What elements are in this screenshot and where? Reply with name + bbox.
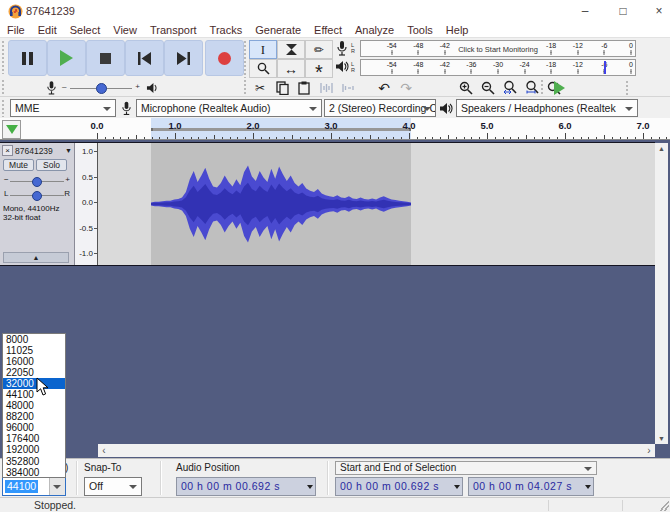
record-button[interactable] bbox=[205, 40, 244, 76]
zoom-grip[interactable] bbox=[625, 80, 629, 96]
track-collapse-button[interactable]: ▲ bbox=[3, 252, 69, 263]
track-title[interactable]: 87641239 bbox=[15, 146, 63, 156]
vertical-scrollbar[interactable]: ▲ ▼ bbox=[655, 143, 668, 444]
scroll-up-icon[interactable]: ▲ bbox=[655, 145, 668, 152]
rate-option-22050[interactable]: 22050 bbox=[3, 367, 65, 378]
zoom-tool-button[interactable] bbox=[249, 59, 277, 78]
rate-option-352800[interactable]: 352800 bbox=[3, 456, 65, 467]
project-rate-dropdown-button[interactable] bbox=[49, 478, 65, 495]
menu-select[interactable]: Select bbox=[70, 24, 101, 36]
rate-option-32000[interactable]: 32000 bbox=[3, 378, 65, 389]
play-at-speed-grip[interactable] bbox=[540, 79, 544, 95]
silence-audio-button[interactable] bbox=[337, 79, 359, 96]
recording-meter[interactable]: -54-48-42-18-12-60Click to Start Monitor… bbox=[360, 40, 636, 57]
skip-to-start-button[interactable] bbox=[125, 40, 164, 76]
meter-message[interactable]: Click to Start Monitoring bbox=[458, 45, 538, 54]
rate-option-96000[interactable]: 96000 bbox=[3, 422, 65, 433]
selection-tool-button[interactable]: I bbox=[249, 40, 277, 59]
rate-option-11025[interactable]: 11025 bbox=[3, 345, 65, 356]
playback-meter[interactable]: -54-48-42-36-30-24-18-12-60 bbox=[360, 59, 636, 76]
rate-option-192000[interactable]: 192000 bbox=[3, 444, 65, 455]
gain-slider[interactable]: − + bbox=[4, 175, 70, 187]
play-at-speed-button[interactable] bbox=[548, 79, 570, 96]
menu-help[interactable]: Help bbox=[446, 24, 469, 36]
cut-button[interactable]: ✂ bbox=[249, 79, 271, 96]
rate-option-48000[interactable]: 48000 bbox=[3, 400, 65, 411]
track-waveform-area[interactable] bbox=[98, 143, 655, 265]
selection-end-field[interactable]: 00 h 00 m 04.027 s bbox=[468, 477, 594, 496]
solo-button[interactable]: Solo bbox=[36, 159, 67, 171]
recording-device-select[interactable]: Microphone (Realtek Audio) bbox=[136, 99, 322, 117]
stop-button[interactable] bbox=[86, 40, 125, 76]
horizontal-scrollbar[interactable]: ‹ › bbox=[98, 444, 655, 457]
resize-grip[interactable] bbox=[659, 501, 669, 511]
play-region-bar[interactable] bbox=[151, 128, 411, 131]
project-rate-dropdown-list[interactable]: 8000110251600022050320004410048000882009… bbox=[2, 333, 66, 478]
pan-slider[interactable]: L R bbox=[4, 189, 70, 201]
paste-button[interactable] bbox=[293, 79, 315, 96]
recording-volume-slider[interactable]: –+ bbox=[62, 81, 140, 95]
project-rate-combo[interactable]: 44100 bbox=[2, 477, 66, 496]
recording-volume-thumb[interactable] bbox=[96, 83, 107, 94]
field-menu-icon[interactable] bbox=[454, 485, 460, 489]
edit-grip[interactable] bbox=[243, 79, 247, 95]
minimize-button[interactable]: – bbox=[570, 2, 600, 20]
scroll-down-icon[interactable]: ▼ bbox=[655, 435, 668, 442]
audio-host-select[interactable]: MME bbox=[10, 99, 116, 117]
track-area[interactable]: × 87641239 ▼ Mute Solo − + L R bbox=[0, 140, 670, 458]
play-button[interactable] bbox=[47, 40, 86, 76]
trim-audio-button[interactable] bbox=[315, 79, 337, 96]
rate-option-16000[interactable]: 16000 bbox=[3, 356, 65, 367]
mixer-grip[interactable] bbox=[1, 79, 5, 95]
maximize-button[interactable]: □ bbox=[608, 2, 638, 20]
field-menu-icon[interactable] bbox=[585, 485, 591, 489]
scroll-left-icon[interactable]: ‹ bbox=[98, 444, 110, 457]
track-control-panel[interactable]: × 87641239 ▼ Mute Solo − + L R bbox=[0, 143, 75, 265]
device-grip[interactable] bbox=[1, 99, 5, 117]
selection-start-field[interactable]: 00 h 00 m 00.692 s bbox=[335, 477, 463, 496]
mute-button[interactable]: Mute bbox=[3, 159, 34, 171]
rate-option-176400[interactable]: 176400 bbox=[3, 433, 65, 444]
menu-generate[interactable]: Generate bbox=[255, 24, 301, 36]
menu-transport[interactable]: Transport bbox=[150, 24, 197, 36]
fit-selection-button[interactable] bbox=[499, 79, 521, 96]
menu-view[interactable]: View bbox=[113, 24, 137, 36]
track-menu-button[interactable]: ▼ bbox=[65, 147, 72, 154]
zoom-in-button[interactable] bbox=[455, 79, 477, 96]
skip-to-end-button[interactable] bbox=[164, 40, 203, 76]
tools-grip[interactable] bbox=[243, 40, 247, 78]
menu-effect[interactable]: Effect bbox=[314, 24, 342, 36]
draw-tool-button[interactable]: ✏ bbox=[305, 40, 333, 59]
timeline-ruler[interactable]: 0.01.02.03.04.05.06.07.0 bbox=[0, 118, 670, 140]
timeline-options-button[interactable] bbox=[2, 120, 21, 139]
menu-analyze[interactable]: Analyze bbox=[355, 24, 394, 36]
multi-tool-button[interactable]: * bbox=[305, 59, 333, 78]
close-button[interactable]: × bbox=[644, 2, 670, 20]
menu-file[interactable]: File bbox=[7, 24, 25, 36]
pause-button[interactable] bbox=[8, 40, 47, 76]
zoom-out-button[interactable] bbox=[477, 79, 499, 96]
rate-option-8000[interactable]: 8000 bbox=[3, 334, 65, 345]
recording-channels-select[interactable]: 2 (Stereo) Recording Chan bbox=[324, 99, 436, 117]
menu-edit[interactable]: Edit bbox=[38, 24, 57, 36]
rate-option-44100[interactable]: 44100 bbox=[3, 389, 65, 400]
rate-option-384000[interactable]: 384000 bbox=[3, 467, 65, 478]
timeshift-tool-button[interactable]: ↔ bbox=[277, 59, 305, 78]
vertical-ruler[interactable]: 1.00.50.0-0.5-1.0 bbox=[75, 143, 98, 265]
copy-button[interactable] bbox=[271, 79, 293, 96]
field-menu-icon[interactable] bbox=[307, 485, 313, 489]
pan-thumb[interactable] bbox=[32, 191, 42, 201]
audio-position-field[interactable]: 00 h 00 m 00.692 s bbox=[176, 477, 316, 496]
envelope-tool-button[interactable] bbox=[277, 40, 305, 59]
undo-button[interactable]: ↶ bbox=[373, 79, 395, 96]
redo-button[interactable]: ↷ bbox=[395, 79, 417, 96]
rate-option-88200[interactable]: 88200 bbox=[3, 411, 65, 422]
track-close-button[interactable]: × bbox=[2, 145, 13, 156]
gain-thumb[interactable] bbox=[32, 177, 42, 187]
scroll-right-icon[interactable]: › bbox=[643, 444, 655, 457]
snap-to-select[interactable]: Off bbox=[84, 477, 142, 496]
transport-grip[interactable] bbox=[1, 40, 5, 74]
selection-range-mode-select[interactable]: Start and End of Selection bbox=[335, 461, 597, 475]
menu-tracks[interactable]: Tracks bbox=[210, 24, 243, 36]
playback-device-select[interactable]: Speakers / Headphones (Realtek bbox=[456, 99, 638, 117]
